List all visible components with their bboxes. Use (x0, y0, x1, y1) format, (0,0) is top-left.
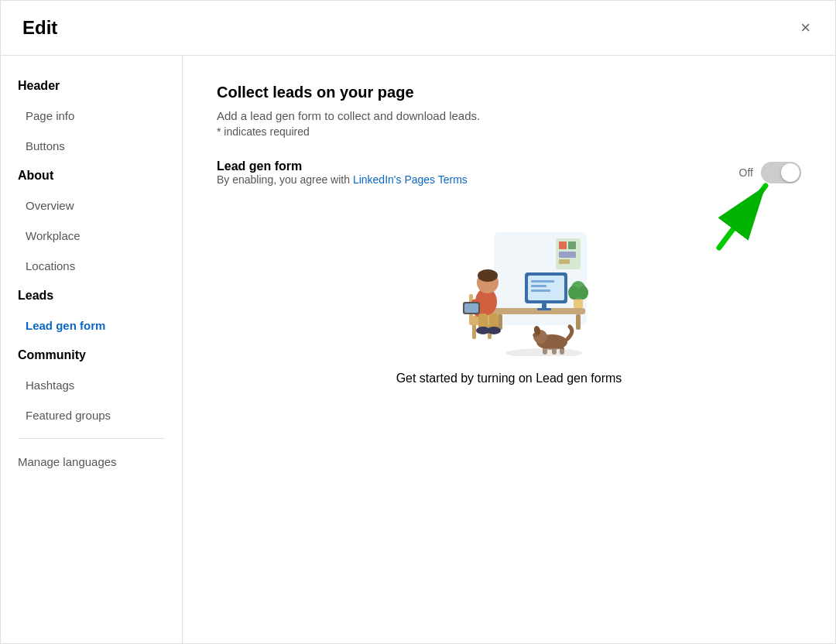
sidebar: Header Page info Buttons About Overview … (1, 56, 183, 643)
modal-header: Edit × (1, 1, 835, 56)
svg-rect-7 (559, 259, 570, 264)
svg-point-20 (568, 286, 579, 300)
svg-point-43 (505, 348, 583, 356)
modal-title: Edit (22, 17, 57, 39)
sidebar-item-lead-gen-form[interactable]: Lead gen form (1, 310, 182, 341)
linkedin-pages-terms-link[interactable]: LinkedIn's Pages Terms (353, 173, 468, 186)
lead-gen-toggle[interactable] (761, 162, 801, 183)
section-required-note: * indicates required (217, 125, 801, 138)
lead-gen-form-row: Lead gen form By enabling, you agree wit… (217, 159, 801, 186)
sidebar-item-manage-languages[interactable]: Manage languages (1, 447, 182, 477)
sidebar-item-featured-groups[interactable]: Featured groups (1, 400, 182, 430)
sidebar-item-buttons[interactable]: Buttons (1, 131, 182, 161)
sidebar-section-leads: Leads (1, 281, 182, 310)
agreement-text: By enabling, you agree with (217, 173, 353, 186)
sidebar-item-hashtags[interactable]: Hashtags (1, 370, 182, 400)
illustration-svg (424, 217, 594, 356)
sidebar-item-locations[interactable]: Locations (1, 251, 182, 281)
sidebar-section-community: Community (1, 341, 182, 370)
form-sub-label: By enabling, you agree with LinkedIn's P… (217, 173, 468, 186)
toggle-knob (781, 163, 800, 182)
svg-rect-12 (528, 276, 564, 300)
svg-rect-5 (568, 242, 576, 249)
sidebar-section-about: About (1, 161, 182, 190)
main-content: Collect leads on your page Add a lead ge… (183, 56, 835, 643)
form-label: Lead gen form By enabling, you agree wit… (217, 159, 468, 186)
svg-point-28 (478, 269, 498, 282)
svg-rect-35 (464, 303, 478, 313)
svg-rect-13 (531, 280, 554, 283)
sidebar-divider (18, 438, 165, 439)
svg-rect-4 (559, 242, 567, 249)
section-description: Add a lead gen form to collect and downl… (217, 109, 801, 122)
svg-point-21 (577, 286, 588, 300)
close-button[interactable]: × (797, 16, 814, 39)
svg-rect-17 (537, 308, 551, 310)
svg-rect-6 (559, 252, 576, 258)
svg-rect-14 (531, 285, 546, 287)
toggle-off-label: Off (739, 166, 753, 179)
illustration-caption: Get started by turning on Lead gen forms (396, 372, 622, 385)
svg-rect-22 (472, 324, 476, 339)
svg-rect-15 (531, 289, 550, 292)
sidebar-section-header: Header (1, 71, 182, 101)
svg-point-33 (487, 327, 501, 334)
toggle-wrapper: Off (739, 162, 801, 183)
sidebar-item-overview[interactable]: Overview (1, 190, 182, 221)
illustration-area: Get started by turning on Lead gen forms (217, 217, 801, 385)
svg-rect-10 (576, 314, 581, 330)
modal-body: Header Page info Buttons About Overview … (1, 56, 835, 643)
form-label-text: Lead gen form (217, 159, 468, 173)
sidebar-item-page-info[interactable]: Page info (1, 101, 182, 131)
edit-modal: Edit × Header Page info Buttons About Ov… (0, 0, 836, 644)
sidebar-item-workplace[interactable]: Workplace (1, 221, 182, 251)
section-title: Collect leads on your page (217, 84, 801, 101)
